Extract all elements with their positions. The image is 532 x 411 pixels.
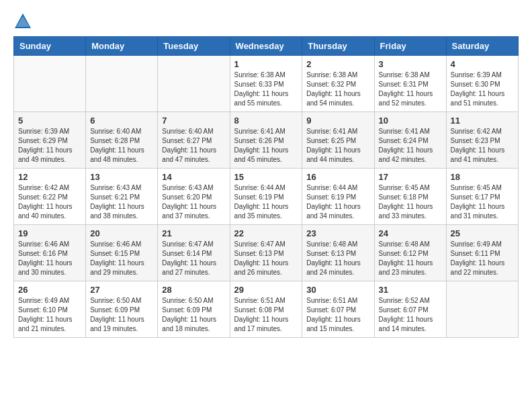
day-number: 7 <box>162 116 225 126</box>
day-number: 21 <box>162 228 225 238</box>
day-info: Sunrise: 6:42 AM Sunset: 6:23 PM Dayligh… <box>451 127 514 165</box>
calendar-cell: 3Sunrise: 6:38 AM Sunset: 6:31 PM Daylig… <box>374 56 446 112</box>
day-header-saturday: Saturday <box>446 37 518 56</box>
day-header-sunday: Sunday <box>14 37 86 56</box>
day-header-monday: Monday <box>86 37 158 56</box>
calendar-cell: 14Sunrise: 6:43 AM Sunset: 6:20 PM Dayli… <box>158 169 230 225</box>
calendar-cell: 9Sunrise: 6:41 AM Sunset: 6:25 PM Daylig… <box>302 112 374 169</box>
calendar-cell: 7Sunrise: 6:40 AM Sunset: 6:27 PM Daylig… <box>158 112 230 169</box>
day-number: 6 <box>90 116 153 126</box>
day-info: Sunrise: 6:46 AM Sunset: 6:16 PM Dayligh… <box>18 240 81 277</box>
day-info: Sunrise: 6:44 AM Sunset: 6:19 PM Dayligh… <box>306 183 369 221</box>
calendar-cell: 22Sunrise: 6:47 AM Sunset: 6:13 PM Dayli… <box>230 225 302 281</box>
calendar-cell: 17Sunrise: 6:45 AM Sunset: 6:18 PM Dayli… <box>374 169 446 225</box>
calendar-cell <box>14 56 86 112</box>
page-header <box>13 7 519 31</box>
calendar-cell: 30Sunrise: 6:51 AM Sunset: 6:07 PM Dayli… <box>302 281 374 338</box>
day-number: 17 <box>379 172 442 182</box>
calendar-cell: 19Sunrise: 6:46 AM Sunset: 6:16 PM Dayli… <box>14 225 86 281</box>
calendar-cell: 1Sunrise: 6:38 AM Sunset: 6:33 PM Daylig… <box>230 56 302 112</box>
day-info: Sunrise: 6:40 AM Sunset: 6:28 PM Dayligh… <box>90 127 153 165</box>
day-info: Sunrise: 6:42 AM Sunset: 6:22 PM Dayligh… <box>18 183 81 221</box>
day-number: 12 <box>18 172 81 182</box>
calendar-cell: 21Sunrise: 6:47 AM Sunset: 6:14 PM Dayli… <box>158 225 230 281</box>
day-number: 22 <box>234 228 298 238</box>
calendar-cell <box>446 281 518 338</box>
day-number: 28 <box>162 285 225 295</box>
day-number: 31 <box>379 285 442 295</box>
day-number: 26 <box>18 285 81 295</box>
day-info: Sunrise: 6:47 AM Sunset: 6:13 PM Dayligh… <box>234 240 298 277</box>
calendar-cell: 27Sunrise: 6:50 AM Sunset: 6:09 PM Dayli… <box>86 281 158 338</box>
calendar-cell: 2Sunrise: 6:38 AM Sunset: 6:32 PM Daylig… <box>302 56 374 112</box>
day-info: Sunrise: 6:41 AM Sunset: 6:25 PM Dayligh… <box>306 127 369 165</box>
day-info: Sunrise: 6:39 AM Sunset: 6:29 PM Dayligh… <box>18 127 81 165</box>
day-number: 11 <box>451 116 514 126</box>
day-info: Sunrise: 6:46 AM Sunset: 6:15 PM Dayligh… <box>90 240 153 277</box>
calendar-cell: 25Sunrise: 6:49 AM Sunset: 6:11 PM Dayli… <box>446 225 518 281</box>
day-info: Sunrise: 6:48 AM Sunset: 6:12 PM Dayligh… <box>379 240 442 277</box>
day-number: 13 <box>90 172 153 182</box>
day-info: Sunrise: 6:52 AM Sunset: 6:07 PM Dayligh… <box>379 296 442 334</box>
day-number: 18 <box>451 172 514 182</box>
calendar-cell: 5Sunrise: 6:39 AM Sunset: 6:29 PM Daylig… <box>14 112 86 169</box>
day-info: Sunrise: 6:51 AM Sunset: 6:07 PM Dayligh… <box>306 296 369 334</box>
calendar-cell: 31Sunrise: 6:52 AM Sunset: 6:07 PM Dayli… <box>374 281 446 338</box>
calendar-cell: 15Sunrise: 6:44 AM Sunset: 6:19 PM Dayli… <box>230 169 302 225</box>
calendar-week-3: 12Sunrise: 6:42 AM Sunset: 6:22 PM Dayli… <box>14 169 519 225</box>
calendar-cell: 23Sunrise: 6:48 AM Sunset: 6:13 PM Dayli… <box>302 225 374 281</box>
calendar-header-row: SundayMondayTuesdayWednesdayThursdayFrid… <box>14 37 519 56</box>
day-info: Sunrise: 6:51 AM Sunset: 6:08 PM Dayligh… <box>234 296 298 334</box>
day-number: 10 <box>379 116 442 126</box>
day-number: 27 <box>90 285 153 295</box>
day-header-friday: Friday <box>374 37 446 56</box>
day-info: Sunrise: 6:39 AM Sunset: 6:30 PM Dayligh… <box>451 71 514 108</box>
calendar-cell: 24Sunrise: 6:48 AM Sunset: 6:12 PM Dayli… <box>374 225 446 281</box>
day-number: 3 <box>379 59 442 69</box>
day-header-tuesday: Tuesday <box>158 37 230 56</box>
day-number: 24 <box>379 228 442 238</box>
day-info: Sunrise: 6:38 AM Sunset: 6:32 PM Dayligh… <box>306 71 369 108</box>
calendar-week-5: 26Sunrise: 6:49 AM Sunset: 6:10 PM Dayli… <box>14 281 519 338</box>
day-number: 14 <box>162 172 225 182</box>
calendar-cell <box>86 56 158 112</box>
day-number: 29 <box>234 285 298 295</box>
day-info: Sunrise: 6:43 AM Sunset: 6:20 PM Dayligh… <box>162 183 225 221</box>
day-info: Sunrise: 6:38 AM Sunset: 6:33 PM Dayligh… <box>234 71 298 108</box>
day-info: Sunrise: 6:41 AM Sunset: 6:24 PM Dayligh… <box>379 127 442 165</box>
calendar-cell: 28Sunrise: 6:50 AM Sunset: 6:09 PM Dayli… <box>158 281 230 338</box>
calendar-table: SundayMondayTuesdayWednesdayThursdayFrid… <box>13 36 519 338</box>
svg-marker-1 <box>16 16 30 27</box>
day-info: Sunrise: 6:49 AM Sunset: 6:11 PM Dayligh… <box>451 240 514 277</box>
day-info: Sunrise: 6:44 AM Sunset: 6:19 PM Dayligh… <box>234 183 298 221</box>
calendar-cell: 26Sunrise: 6:49 AM Sunset: 6:10 PM Dayli… <box>14 281 86 338</box>
calendar-cell: 29Sunrise: 6:51 AM Sunset: 6:08 PM Dayli… <box>230 281 302 338</box>
calendar-cell: 8Sunrise: 6:41 AM Sunset: 6:26 PM Daylig… <box>230 112 302 169</box>
day-number: 30 <box>306 285 369 295</box>
day-info: Sunrise: 6:48 AM Sunset: 6:13 PM Dayligh… <box>306 240 369 277</box>
calendar-cell: 4Sunrise: 6:39 AM Sunset: 6:30 PM Daylig… <box>446 56 518 112</box>
day-info: Sunrise: 6:50 AM Sunset: 6:09 PM Dayligh… <box>90 296 153 334</box>
calendar-cell: 12Sunrise: 6:42 AM Sunset: 6:22 PM Dayli… <box>14 169 86 225</box>
day-info: Sunrise: 6:50 AM Sunset: 6:09 PM Dayligh… <box>162 296 225 334</box>
day-header-thursday: Thursday <box>302 37 374 56</box>
day-number: 4 <box>451 59 514 69</box>
day-info: Sunrise: 6:43 AM Sunset: 6:21 PM Dayligh… <box>90 183 153 221</box>
calendar-cell: 6Sunrise: 6:40 AM Sunset: 6:28 PM Daylig… <box>86 112 158 169</box>
day-number: 9 <box>306 116 369 126</box>
day-header-wednesday: Wednesday <box>230 37 302 56</box>
day-info: Sunrise: 6:40 AM Sunset: 6:27 PM Dayligh… <box>162 127 225 165</box>
calendar-cell: 10Sunrise: 6:41 AM Sunset: 6:24 PM Dayli… <box>374 112 446 169</box>
day-info: Sunrise: 6:47 AM Sunset: 6:14 PM Dayligh… <box>162 240 225 277</box>
day-number: 23 <box>306 228 369 238</box>
day-info: Sunrise: 6:45 AM Sunset: 6:18 PM Dayligh… <box>379 183 442 221</box>
day-number: 2 <box>306 59 369 69</box>
day-number: 5 <box>18 116 81 126</box>
day-number: 19 <box>18 228 81 238</box>
day-info: Sunrise: 6:45 AM Sunset: 6:17 PM Dayligh… <box>451 183 514 221</box>
calendar-cell <box>158 56 230 112</box>
day-number: 15 <box>234 172 298 182</box>
calendar-week-1: 1Sunrise: 6:38 AM Sunset: 6:33 PM Daylig… <box>14 56 519 112</box>
day-number: 20 <box>90 228 153 238</box>
calendar-week-2: 5Sunrise: 6:39 AM Sunset: 6:29 PM Daylig… <box>14 112 519 169</box>
